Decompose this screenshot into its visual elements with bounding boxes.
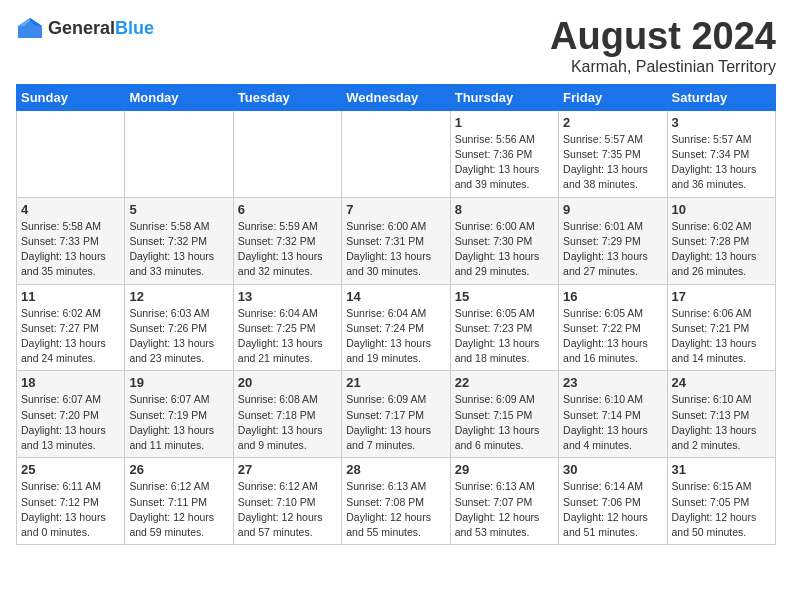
header: GeneralBlue August 2024 Karmah, Palestin… [16,16,776,76]
calendar-cell [17,110,125,197]
calendar-cell: 17Sunrise: 6:06 AM Sunset: 7:21 PM Dayli… [667,284,775,371]
day-info: Sunrise: 6:10 AM Sunset: 7:14 PM Dayligh… [563,392,662,453]
weekday-header-monday: Monday [125,84,233,110]
calendar-cell [125,110,233,197]
day-info: Sunrise: 6:11 AM Sunset: 7:12 PM Dayligh… [21,479,120,540]
calendar-cell: 26Sunrise: 6:12 AM Sunset: 7:11 PM Dayli… [125,458,233,545]
day-info: Sunrise: 5:58 AM Sunset: 7:33 PM Dayligh… [21,219,120,280]
calendar-cell: 31Sunrise: 6:15 AM Sunset: 7:05 PM Dayli… [667,458,775,545]
day-info: Sunrise: 6:10 AM Sunset: 7:13 PM Dayligh… [672,392,771,453]
day-number: 8 [455,202,554,217]
day-number: 11 [21,289,120,304]
calendar-cell: 5Sunrise: 5:58 AM Sunset: 7:32 PM Daylig… [125,197,233,284]
day-number: 7 [346,202,445,217]
day-number: 9 [563,202,662,217]
calendar-cell: 27Sunrise: 6:12 AM Sunset: 7:10 PM Dayli… [233,458,341,545]
month-year-title: August 2024 [550,16,776,58]
day-info: Sunrise: 5:59 AM Sunset: 7:32 PM Dayligh… [238,219,337,280]
day-info: Sunrise: 6:09 AM Sunset: 7:17 PM Dayligh… [346,392,445,453]
calendar-cell: 24Sunrise: 6:10 AM Sunset: 7:13 PM Dayli… [667,371,775,458]
day-number: 25 [21,462,120,477]
day-number: 29 [455,462,554,477]
calendar-cell: 21Sunrise: 6:09 AM Sunset: 7:17 PM Dayli… [342,371,450,458]
day-info: Sunrise: 6:00 AM Sunset: 7:31 PM Dayligh… [346,219,445,280]
day-info: Sunrise: 5:58 AM Sunset: 7:32 PM Dayligh… [129,219,228,280]
day-number: 18 [21,375,120,390]
calendar-cell [233,110,341,197]
calendar-cell: 29Sunrise: 6:13 AM Sunset: 7:07 PM Dayli… [450,458,558,545]
calendar-cell: 7Sunrise: 6:00 AM Sunset: 7:31 PM Daylig… [342,197,450,284]
generalblue-logo-icon [16,16,44,40]
weekday-header-wednesday: Wednesday [342,84,450,110]
day-number: 17 [672,289,771,304]
day-number: 13 [238,289,337,304]
day-number: 6 [238,202,337,217]
day-info: Sunrise: 6:05 AM Sunset: 7:23 PM Dayligh… [455,306,554,367]
calendar-week-5: 25Sunrise: 6:11 AM Sunset: 7:12 PM Dayli… [17,458,776,545]
calendar-cell: 13Sunrise: 6:04 AM Sunset: 7:25 PM Dayli… [233,284,341,371]
calendar-week-1: 1Sunrise: 5:56 AM Sunset: 7:36 PM Daylig… [17,110,776,197]
calendar-week-4: 18Sunrise: 6:07 AM Sunset: 7:20 PM Dayli… [17,371,776,458]
calendar-table: SundayMondayTuesdayWednesdayThursdayFrid… [16,84,776,545]
day-info: Sunrise: 6:01 AM Sunset: 7:29 PM Dayligh… [563,219,662,280]
calendar-header-row: SundayMondayTuesdayWednesdayThursdayFrid… [17,84,776,110]
title-area: August 2024 Karmah, Palestinian Territor… [550,16,776,76]
calendar-cell: 30Sunrise: 6:14 AM Sunset: 7:06 PM Dayli… [559,458,667,545]
day-number: 2 [563,115,662,130]
weekday-header-sunday: Sunday [17,84,125,110]
day-info: Sunrise: 6:08 AM Sunset: 7:18 PM Dayligh… [238,392,337,453]
day-number: 26 [129,462,228,477]
day-number: 27 [238,462,337,477]
weekday-header-tuesday: Tuesday [233,84,341,110]
calendar-cell: 28Sunrise: 6:13 AM Sunset: 7:08 PM Dayli… [342,458,450,545]
calendar-cell: 12Sunrise: 6:03 AM Sunset: 7:26 PM Dayli… [125,284,233,371]
day-number: 4 [21,202,120,217]
calendar-week-2: 4Sunrise: 5:58 AM Sunset: 7:33 PM Daylig… [17,197,776,284]
day-number: 10 [672,202,771,217]
day-number: 12 [129,289,228,304]
day-info: Sunrise: 5:57 AM Sunset: 7:35 PM Dayligh… [563,132,662,193]
weekday-header-saturday: Saturday [667,84,775,110]
calendar-cell: 9Sunrise: 6:01 AM Sunset: 7:29 PM Daylig… [559,197,667,284]
day-number: 28 [346,462,445,477]
day-number: 14 [346,289,445,304]
day-number: 1 [455,115,554,130]
day-info: Sunrise: 6:12 AM Sunset: 7:10 PM Dayligh… [238,479,337,540]
location-subtitle: Karmah, Palestinian Territory [550,58,776,76]
day-number: 16 [563,289,662,304]
day-info: Sunrise: 6:07 AM Sunset: 7:20 PM Dayligh… [21,392,120,453]
day-info: Sunrise: 6:02 AM Sunset: 7:27 PM Dayligh… [21,306,120,367]
day-number: 5 [129,202,228,217]
calendar-cell [342,110,450,197]
day-info: Sunrise: 6:12 AM Sunset: 7:11 PM Dayligh… [129,479,228,540]
day-info: Sunrise: 6:13 AM Sunset: 7:08 PM Dayligh… [346,479,445,540]
day-number: 30 [563,462,662,477]
calendar-week-3: 11Sunrise: 6:02 AM Sunset: 7:27 PM Dayli… [17,284,776,371]
weekday-header-friday: Friday [559,84,667,110]
day-info: Sunrise: 6:15 AM Sunset: 7:05 PM Dayligh… [672,479,771,540]
day-number: 15 [455,289,554,304]
day-number: 22 [455,375,554,390]
calendar-cell: 14Sunrise: 6:04 AM Sunset: 7:24 PM Dayli… [342,284,450,371]
calendar-cell: 18Sunrise: 6:07 AM Sunset: 7:20 PM Dayli… [17,371,125,458]
day-number: 24 [672,375,771,390]
calendar-cell: 6Sunrise: 5:59 AM Sunset: 7:32 PM Daylig… [233,197,341,284]
calendar-cell: 15Sunrise: 6:05 AM Sunset: 7:23 PM Dayli… [450,284,558,371]
calendar-cell: 22Sunrise: 6:09 AM Sunset: 7:15 PM Dayli… [450,371,558,458]
day-info: Sunrise: 6:14 AM Sunset: 7:06 PM Dayligh… [563,479,662,540]
logo-text: GeneralBlue [48,18,154,39]
day-info: Sunrise: 6:03 AM Sunset: 7:26 PM Dayligh… [129,306,228,367]
weekday-header-thursday: Thursday [450,84,558,110]
logo-general: General [48,18,115,38]
day-info: Sunrise: 6:07 AM Sunset: 7:19 PM Dayligh… [129,392,228,453]
calendar-cell: 1Sunrise: 5:56 AM Sunset: 7:36 PM Daylig… [450,110,558,197]
calendar-cell: 23Sunrise: 6:10 AM Sunset: 7:14 PM Dayli… [559,371,667,458]
day-info: Sunrise: 5:57 AM Sunset: 7:34 PM Dayligh… [672,132,771,193]
calendar-cell: 3Sunrise: 5:57 AM Sunset: 7:34 PM Daylig… [667,110,775,197]
day-info: Sunrise: 6:04 AM Sunset: 7:24 PM Dayligh… [346,306,445,367]
calendar-cell: 8Sunrise: 6:00 AM Sunset: 7:30 PM Daylig… [450,197,558,284]
logo: GeneralBlue [16,16,154,40]
calendar-cell: 20Sunrise: 6:08 AM Sunset: 7:18 PM Dayli… [233,371,341,458]
day-info: Sunrise: 6:00 AM Sunset: 7:30 PM Dayligh… [455,219,554,280]
day-number: 23 [563,375,662,390]
